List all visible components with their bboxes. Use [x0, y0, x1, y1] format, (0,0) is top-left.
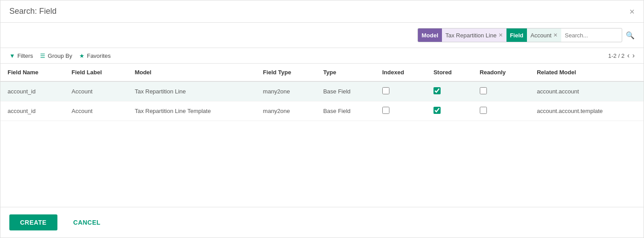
col-field-label: Field Label: [65, 64, 128, 81]
cell-model: Tax Repartition Line: [128, 81, 256, 101]
group-by-button[interactable]: ☰ Group By: [40, 52, 72, 59]
pagination-text: 1-2 / 2: [608, 52, 624, 59]
filter-bar: ▼ Filters ☰ Group By ★ Favorites 1-2 / 2…: [0, 48, 644, 64]
col-readonly: Readonly: [473, 64, 530, 81]
table-header-row: Field Name Field Label Model Field Type …: [0, 64, 644, 81]
cell-indexed: [375, 101, 426, 121]
col-model: Model: [128, 64, 256, 81]
cell-type: Base Field: [316, 101, 375, 121]
cell-stored: [426, 101, 473, 121]
cell-field-label: Account: [65, 101, 128, 121]
pagination: 1-2 / 2 ‹ ›: [608, 52, 635, 60]
prev-page-button[interactable]: ‹: [627, 52, 629, 60]
model-tag-label: Model: [418, 28, 442, 42]
search-tags-container: Model Tax Repartition Line ✕ Field Accou…: [417, 28, 622, 42]
table-row[interactable]: account_idAccountTax Repartition Lineman…: [0, 81, 644, 101]
cell-related-model: account.account.template: [530, 101, 644, 121]
col-field-type: Field Type: [256, 64, 316, 81]
cell-field-name: account_id: [0, 81, 65, 101]
cell-readonly-checkbox[interactable]: [480, 107, 487, 114]
cell-field-type: many2one: [256, 101, 316, 121]
filter-icon: ▼: [9, 52, 15, 59]
cell-indexed-checkbox[interactable]: [382, 87, 389, 94]
table-row[interactable]: account_idAccountTax Repartition Line Te…: [0, 101, 644, 121]
model-tag-close[interactable]: ✕: [498, 32, 503, 38]
search-submit-button[interactable]: 🔍: [626, 31, 635, 40]
col-field-name: Field Name: [0, 64, 65, 81]
cell-indexed-checkbox[interactable]: [382, 107, 389, 114]
close-button[interactable]: ×: [629, 7, 635, 16]
cell-model: Tax Repartition Line Template: [128, 101, 256, 121]
col-stored: Stored: [426, 64, 473, 81]
cell-type: Base Field: [316, 81, 375, 101]
cancel-button[interactable]: CANCEL: [63, 214, 111, 230]
cell-indexed: [375, 81, 426, 101]
filters-button[interactable]: ▼ Filters: [9, 52, 33, 59]
dialog-footer: CREATE CANCEL: [0, 207, 644, 238]
cell-readonly-checkbox[interactable]: [480, 87, 487, 94]
cell-field-type: many2one: [256, 81, 316, 101]
col-related-model: Related Model: [530, 64, 644, 81]
search-input-wrap: [561, 32, 622, 39]
cell-readonly: [473, 101, 530, 121]
col-indexed: Indexed: [375, 64, 426, 81]
dialog-title: Search: Field: [9, 7, 57, 16]
next-page-button[interactable]: ›: [632, 52, 635, 60]
field-tag-value: Account ✕: [527, 28, 561, 42]
search-toolbar: Model Tax Repartition Line ✕ Field Accou…: [0, 23, 644, 48]
cell-stored: [426, 81, 473, 101]
cell-readonly: [473, 81, 530, 101]
favorites-button[interactable]: ★ Favorites: [79, 52, 110, 59]
field-tag-close[interactable]: ✕: [553, 32, 558, 38]
cell-field-label: Account: [65, 81, 128, 101]
field-tag-label: Field: [506, 28, 527, 42]
col-type: Type: [316, 64, 375, 81]
cell-stored-checkbox[interactable]: [433, 107, 441, 114]
results-table: Field Name Field Label Model Field Type …: [0, 64, 644, 121]
cell-related-model: account.account: [530, 81, 644, 101]
favorites-icon: ★: [79, 52, 85, 59]
table-container: Field Name Field Label Model Field Type …: [0, 64, 644, 207]
search-input[interactable]: [565, 32, 618, 39]
cell-stored-checkbox[interactable]: [433, 87, 441, 94]
dialog: Search: Field × Model Tax Repartition Li…: [0, 0, 644, 238]
dialog-header: Search: Field ×: [0, 0, 644, 23]
create-button[interactable]: CREATE: [9, 214, 57, 230]
cell-field-name: account_id: [0, 101, 65, 121]
group-by-icon: ☰: [40, 52, 45, 59]
model-tag-value: Tax Repartition Line ✕: [442, 28, 506, 42]
